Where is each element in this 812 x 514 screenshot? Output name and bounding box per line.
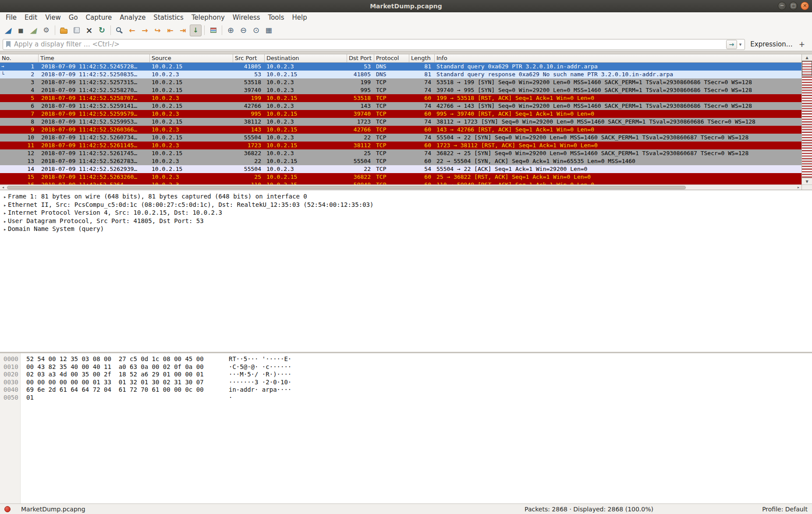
horizontal-scrollbar[interactable]: ◂ ▸ (0, 184, 801, 190)
scroll-right-icon[interactable]: ▸ (795, 185, 801, 189)
scroll-left-icon[interactable]: ◂ (0, 185, 6, 189)
capture-options-icon[interactable]: ⚙ (40, 25, 52, 36)
menu-item[interactable]: Edit (21, 13, 41, 22)
packet-dst-port: 22 (347, 165, 374, 173)
expert-info-icon[interactable] (4, 506, 11, 512)
packet-src-port: 199 (233, 94, 265, 102)
menu-item[interactable]: Statistics (149, 13, 188, 22)
packet-row[interactable]: 13 2018-07-09 11:42:52.5262783… 10.0.2.3… (0, 157, 801, 165)
packet-minimap[interactable] (802, 61, 812, 178)
add-filter-button[interactable]: + (798, 40, 809, 49)
column-header-info[interactable]: Info (435, 54, 801, 62)
hex-row[interactable]: 0030 00 00 00 00 00 00 01 33 01 32 01 30… (0, 379, 812, 386)
detail-row[interactable]: ▸Domain Name System (query) (0, 225, 812, 233)
auto-scroll-icon[interactable]: ↓ (190, 25, 202, 36)
open-file-icon[interactable] (58, 25, 70, 36)
close-button[interactable]: × (801, 2, 809, 10)
column-header-dst-port[interactable]: Dst Port (347, 54, 374, 62)
minimize-button[interactable]: − (778, 2, 786, 10)
stop-capture-icon[interactable]: ■ (15, 25, 27, 36)
packet-row[interactable]: 6 2018-07-09 11:42:52.5259141… 10.0.2.15… (0, 102, 801, 110)
resize-columns-icon[interactable]: ▦ (263, 25, 275, 36)
menu-item[interactable]: Help (288, 13, 311, 22)
packet-protocol: TCP (374, 134, 409, 142)
hex-offset: 0050 (0, 394, 20, 402)
packet-src-port: 110 (233, 181, 265, 184)
display-filter-input[interactable] (14, 40, 726, 48)
packet-row[interactable]: 11 2018-07-09 11:42:52.5261145… 10.0.2.3… (0, 142, 801, 149)
filter-bookmark-icon[interactable] (6, 41, 11, 47)
hex-row[interactable]: 0020 02 03 a3 4d 00 35 00 2f 18 52 a6 29… (0, 371, 812, 379)
packet-row[interactable]: 14 2018-07-09 11:42:52.5262939… 10.0.2.1… (0, 165, 801, 173)
menu-item[interactable]: Tools (264, 13, 288, 22)
detail-row[interactable]: ▸Ethernet II, Src: PcsCompu_c5:0d:1c (08… (0, 201, 812, 209)
packet-row[interactable]: 16 2018-07-09 11:42:52.5264… 10.0.2.3 11… (0, 181, 801, 184)
menu-item[interactable]: Wireless (229, 13, 264, 22)
hex-row[interactable]: 0010 00 43 82 35 40 00 40 11 a0 63 0a 00… (0, 363, 812, 371)
expand-arrow-icon[interactable]: ▸ (0, 226, 8, 234)
statusbar-profile[interactable]: Profile: Default (762, 506, 808, 513)
column-header-destination[interactable]: Destination (265, 54, 347, 62)
expand-arrow-icon[interactable]: ▸ (0, 193, 8, 201)
packet-row[interactable]: └2 2018-07-09 11:42:52.5250835… 10.0.2.3… (0, 71, 801, 78)
filter-apply-button[interactable]: → (726, 40, 737, 49)
packet-row[interactable]: 15 2018-07-09 11:42:52.5263260… 10.0.2.3… (0, 173, 801, 181)
hex-row[interactable]: 0050 01 · (0, 394, 812, 402)
menu-item[interactable]: Capture (82, 13, 116, 22)
expand-arrow-icon[interactable]: ▸ (0, 209, 8, 217)
packet-destination: 10.0.2.15 (265, 110, 347, 118)
restart-capture-icon[interactable]: ◢ (28, 25, 39, 36)
menu-item[interactable]: File (2, 13, 21, 22)
start-capture-icon[interactable]: ◢ (2, 25, 14, 36)
column-header-no[interactable]: No. (0, 54, 39, 62)
go-last-packet-icon[interactable]: ⇥ (177, 25, 189, 36)
packet-row[interactable]: 8 2018-07-09 11:42:52.5259953… 10.0.2.15… (0, 118, 801, 126)
hex-row[interactable]: 0040 69 6e 2d 61 64 64 72 04 61 72 70 61… (0, 386, 812, 394)
save-file-icon[interactable] (71, 25, 82, 36)
go-forward-icon[interactable]: → (139, 25, 151, 36)
scroll-down-icon[interactable]: ▼ (802, 178, 812, 184)
zoom-out-icon[interactable]: ⊖ (238, 25, 249, 36)
go-back-icon[interactable]: ← (126, 25, 138, 36)
scroll-up-icon[interactable]: ▲ (802, 54, 812, 61)
go-first-packet-icon[interactable]: ⇤ (164, 25, 176, 36)
packet-list-scrollbar[interactable]: ▲ ▼ (801, 54, 812, 190)
expand-arrow-icon[interactable]: ▸ (0, 218, 8, 226)
chevron-down-icon[interactable]: ▾ (738, 42, 745, 47)
menu-item[interactable]: Analyze (116, 13, 149, 22)
packet-length: 60 (409, 181, 435, 184)
detail-row[interactable]: ▸Internet Protocol Version 4, Src: 10.0.… (0, 209, 812, 217)
column-header-time[interactable]: Time (39, 54, 150, 62)
packet-row[interactable]: 7 2018-07-09 11:42:52.5259579… 10.0.2.3 … (0, 110, 801, 118)
menu-item[interactable]: View (41, 13, 65, 22)
column-header-source[interactable]: Source (150, 54, 233, 62)
detail-row[interactable]: ▸Frame 1: 81 bytes on wire (648 bits), 8… (0, 192, 812, 201)
packet-row[interactable]: 5 2018-07-09 11:42:52.5258707… 10.0.2.3 … (0, 94, 801, 102)
packet-row[interactable]: 10 2018-07-09 11:42:52.5260734… 10.0.2.1… (0, 134, 801, 142)
zoom-original-icon[interactable]: ⊙ (250, 25, 262, 36)
zoom-in-icon[interactable]: ⊕ (225, 25, 237, 36)
find-packet-icon[interactable] (113, 25, 125, 36)
packet-dst-port: 22 (347, 134, 374, 142)
column-header-protocol[interactable]: Protocol (374, 54, 409, 62)
menu-item[interactable]: Telephony (188, 13, 229, 22)
go-to-packet-icon[interactable]: ↪ (152, 25, 163, 36)
reload-file-icon[interactable]: ↻ (96, 25, 108, 36)
packet-row[interactable]: 3 2018-07-09 11:42:52.5257315… 10.0.2.15… (0, 78, 801, 86)
scrollbar-thumb[interactable] (802, 61, 812, 76)
column-header-length[interactable]: Length (409, 54, 435, 62)
hex-row[interactable]: 0000 52 54 00 12 35 03 08 00 27 c5 0d 1c… (0, 355, 812, 363)
packet-row[interactable]: →1 2018-07-09 11:42:52.5245728… 10.0.2.1… (0, 63, 801, 71)
colorize-icon[interactable] (207, 25, 219, 36)
packet-row[interactable]: 12 2018-07-09 11:42:52.5261745… 10.0.2.1… (0, 149, 801, 157)
packet-row[interactable]: 4 2018-07-09 11:42:52.5258270… 10.0.2.15… (0, 86, 801, 94)
close-file-icon[interactable]: × (83, 25, 95, 36)
expression-button[interactable]: Expression… (745, 40, 798, 48)
maximize-button[interactable]: □ (789, 2, 798, 10)
column-header-src-port[interactable]: Src Port (233, 54, 265, 62)
packet-row[interactable]: 9 2018-07-09 11:42:52.5260366… 10.0.2.3 … (0, 126, 801, 134)
scrollbar-thumb[interactable] (7, 186, 686, 189)
expand-arrow-icon[interactable]: ▸ (0, 202, 8, 209)
detail-row[interactable]: ▸User Datagram Protocol, Src Port: 41805… (0, 217, 812, 225)
menu-item[interactable]: Go (65, 13, 82, 22)
